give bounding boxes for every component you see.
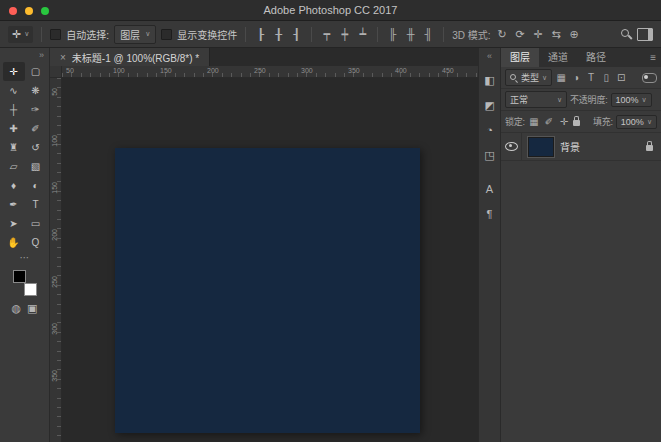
layer-lock-icon — [646, 145, 653, 151]
lock-position-icon[interactable]: ✛ — [558, 116, 570, 127]
eyedropper-tool-icon[interactable]: ✑ — [25, 100, 47, 119]
drag-3d-icon[interactable]: ✛ — [532, 28, 545, 41]
shape-layer-filter-icon[interactable]: ▯ — [600, 72, 612, 83]
quick-selection-tool-icon[interactable]: ❋ — [25, 81, 47, 100]
gradient-tool-icon[interactable]: ▧ — [25, 157, 47, 176]
show-transform-checkbox[interactable] — [161, 29, 172, 40]
auto-select-target-dropdown[interactable]: 图层 ∨ — [114, 25, 156, 44]
clone-stamp-tool-icon[interactable]: ♜ — [3, 138, 25, 157]
blend-mode-value: 正常 — [510, 93, 528, 106]
distribute-centers-icon[interactable]: ╫ — [404, 28, 417, 40]
tools-panel: » ✛ ▢ ∿ ❋ ┼ ✑ ✚ ✐ ♜ ↺ ▱ ▧ ♦ ◐ ✒ T ➤ ▭ ✋ … — [0, 48, 50, 442]
panel-dock-strip: « ◧ ◩ ◔ ◳ A ¶ — [478, 48, 500, 442]
rectangle-tool-icon[interactable]: ▭ — [25, 214, 47, 233]
opacity-value-dropdown[interactable]: 100% ∨ — [611, 93, 652, 107]
roll-3d-icon[interactable]: ⟳ — [514, 28, 527, 41]
visibility-cell[interactable] — [501, 133, 522, 160]
chevron-down-icon: ∨ — [647, 118, 652, 126]
lock-pixels-icon[interactable]: ✐ — [543, 116, 555, 127]
document-tab-bar: × 未标题-1 @ 100%(RGB/8*) * — [50, 48, 478, 66]
ruler-number: 200 — [207, 67, 219, 74]
crop-tool-icon[interactable]: ┼ — [3, 100, 25, 119]
opacity-label: 不透明度: — [570, 93, 608, 106]
layer-filter-toggle[interactable] — [642, 73, 657, 83]
ruler-number: 350 — [348, 67, 360, 74]
workspace-icon[interactable] — [637, 28, 653, 41]
align-bottom-edges-icon[interactable]: ┷ — [356, 28, 369, 41]
lock-transparency-icon[interactable]: ▦ — [528, 116, 540, 127]
align-right-edges-icon[interactable]: ┨ — [290, 28, 303, 41]
minimize-window-button[interactable] — [25, 7, 33, 15]
type-layer-filter-icon[interactable]: T — [585, 72, 597, 83]
document-tab[interactable]: × 未标题-1 @ 100%(RGB/8*) * — [50, 48, 210, 66]
edit-toolbar-icon[interactable]: ⋯ — [0, 252, 49, 266]
ruler-number: 450 — [442, 67, 454, 74]
vertical-ruler[interactable]: 50 100 150 200 250 300 350 — [50, 78, 62, 442]
scale-3d-icon[interactable]: ⊕ — [568, 28, 581, 41]
filter-kind-dropdown[interactable]: 类型 ∨ — [505, 69, 552, 86]
distribute-left-icon[interactable]: ╟ — [386, 28, 399, 40]
chevron-down-icon: ∨ — [642, 96, 647, 104]
screen-mode-icon[interactable]: ▣ — [27, 302, 37, 315]
color-swatches[interactable] — [13, 270, 37, 296]
ruler-number: 400 — [395, 67, 407, 74]
hand-tool-icon[interactable]: ✋ — [3, 233, 25, 252]
tab-layers[interactable]: 图层 — [501, 48, 539, 67]
fill-value-dropdown[interactable]: 100% ∨ — [616, 115, 657, 129]
ruler-origin[interactable] — [50, 66, 62, 78]
auto-select-checkbox[interactable] — [50, 29, 61, 40]
color-panel-icon[interactable]: ◧ — [481, 71, 499, 89]
divider — [41, 27, 42, 42]
eraser-tool-icon[interactable]: ▱ — [3, 157, 25, 176]
type-tool-icon[interactable]: T — [25, 195, 47, 214]
title-bar: Adobe Photoshop CC 2017 — [0, 0, 661, 21]
close-window-button[interactable] — [9, 7, 17, 15]
healing-brush-tool-icon[interactable]: ✚ — [3, 119, 25, 138]
ruler-number: 100 — [51, 135, 58, 147]
tool-preset-button[interactable]: ✛ ∨ — [8, 26, 33, 43]
lock-all-icon[interactable] — [573, 120, 580, 126]
align-vertical-centers-icon[interactable]: ┿ — [338, 28, 351, 41]
search-icon[interactable] — [621, 29, 632, 40]
orbit-3d-icon[interactable]: ↻ — [496, 28, 509, 41]
pixel-layer-filter-icon[interactable]: ▦ — [555, 72, 567, 83]
panel-menu-icon[interactable]: ≡ — [645, 48, 661, 67]
align-left-edges-icon[interactable]: ┠ — [254, 28, 267, 41]
layer-row-background[interactable]: 背景 — [501, 133, 661, 161]
tab-paths[interactable]: 路径 — [577, 48, 615, 67]
pen-tool-icon[interactable]: ✒ — [3, 195, 25, 214]
zoom-tool-icon[interactable]: Q — [25, 233, 47, 252]
paragraph-panel-icon[interactable]: ¶ — [481, 205, 499, 223]
align-top-edges-icon[interactable]: ┯ — [320, 28, 333, 41]
tab-channels[interactable]: 通道 — [539, 48, 577, 67]
slide-3d-icon[interactable]: ⇆ — [550, 28, 563, 41]
horizontal-ruler[interactable]: 50 100 150 200 250 300 350 400 450 — [62, 66, 478, 78]
quick-mask-icon[interactable]: ◍ — [11, 302, 21, 315]
foreground-color-swatch[interactable] — [13, 270, 26, 283]
dodge-tool-icon[interactable]: ◐ — [25, 176, 47, 195]
zoom-window-button[interactable] — [41, 7, 49, 15]
lasso-tool-icon[interactable]: ∿ — [3, 81, 25, 100]
character-panel-icon[interactable]: A — [481, 180, 499, 198]
document-canvas[interactable] — [115, 148, 420, 433]
visibility-eye-icon[interactable] — [505, 142, 518, 151]
history-brush-tool-icon[interactable]: ↺ — [25, 138, 47, 157]
move-tool-icon[interactable]: ✛ — [3, 62, 25, 81]
adjustments-panel-icon[interactable]: ◔ — [481, 121, 499, 139]
blur-tool-icon[interactable]: ♦ — [3, 176, 25, 195]
libraries-panel-icon[interactable]: ◩ — [481, 96, 499, 114]
properties-panel-icon[interactable]: ◳ — [481, 146, 499, 164]
layer-list: 背景 — [501, 133, 661, 161]
rectangular-marquee-tool-icon[interactable]: ▢ — [25, 62, 47, 81]
path-selection-tool-icon[interactable]: ➤ — [3, 214, 25, 233]
smart-object-filter-icon[interactable]: ⊡ — [615, 72, 627, 83]
blend-mode-dropdown[interactable]: 正常 ∨ — [505, 91, 567, 108]
background-color-swatch[interactable] — [24, 283, 37, 296]
align-horizontal-centers-icon[interactable]: ╂ — [272, 28, 285, 41]
brush-tool-icon[interactable]: ✐ — [25, 119, 47, 138]
collapse-tools-icon[interactable]: » — [0, 48, 49, 62]
distribute-right-icon[interactable]: ╢ — [422, 28, 435, 40]
adjustment-layer-filter-icon[interactable]: ◑ — [570, 72, 582, 83]
tab-close-icon[interactable]: × — [60, 52, 66, 63]
expand-panels-icon[interactable]: « — [487, 48, 492, 64]
